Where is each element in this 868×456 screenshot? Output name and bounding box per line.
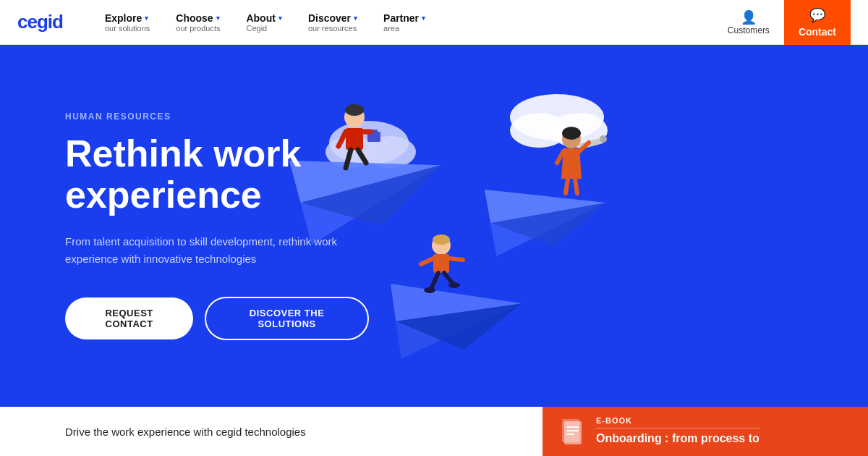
svg-point-22 <box>562 127 581 140</box>
hero-category: HUMAN RESOURCES <box>65 111 369 122</box>
logo-text: cegid <box>17 11 63 33</box>
chevron-icon: ▾ <box>354 14 357 22</box>
nav-item-about[interactable]: About ▾ Cegid <box>233 12 294 33</box>
nav-item-discover[interactable]: Discover ▾ our resources <box>295 12 370 33</box>
nav-label-explore: Explore ▾ <box>105 12 150 24</box>
svg-line-27 <box>566 179 568 193</box>
nav-label-choose: Choose ▾ <box>176 12 220 24</box>
bottom-section: Drive the work experience with cegid tec… <box>0 407 868 456</box>
svg-point-24 <box>600 135 607 143</box>
hero-title: Rethink work experience <box>65 133 369 216</box>
ebook-title: Onboarding : from process to <box>596 431 760 447</box>
logo[interactable]: cegid <box>17 11 63 33</box>
svg-point-33 <box>433 235 450 245</box>
svg-line-28 <box>575 179 577 193</box>
nav-item-choose[interactable]: Choose ▾ our products <box>163 12 233 33</box>
nav-label-partner: Partner ▾ <box>383 12 425 24</box>
request-contact-button[interactable]: REQUEST CONTACT <box>65 297 193 339</box>
nav-item-partner[interactable]: Partner ▾ area <box>370 12 438 33</box>
user-icon: 👤 <box>741 9 757 25</box>
customers-button[interactable]: 👤 Customers <box>719 9 778 35</box>
hero-section: HUMAN RESOURCES Rethink work experience … <box>0 45 868 407</box>
chevron-icon: ▾ <box>422 14 425 22</box>
hero-cta-group: REQUEST CONTACT DISCOVER THE SOLUTIONS <box>65 297 369 340</box>
main-nav: Explore ▾ our solutions Choose ▾ our pro… <box>92 12 719 33</box>
ebook-badge: E-BOOK <box>596 416 760 428</box>
bottom-left-panel: Drive the work experience with cegid tec… <box>0 407 542 456</box>
svg-rect-42 <box>564 421 582 444</box>
ebook-text-group: E-BOOK Onboarding : from process to <box>596 416 760 447</box>
bottom-tagline: Drive the work experience with cegid tec… <box>65 426 306 438</box>
discover-solutions-button[interactable]: DISCOVER THE SOLUTIONS <box>205 297 369 340</box>
svg-line-36 <box>449 258 463 260</box>
chevron-icon: ▾ <box>145 14 148 22</box>
chevron-icon: ▾ <box>278 14 282 22</box>
hero-content: HUMAN RESOURCES Rethink work experience … <box>0 111 434 340</box>
ebook-icon <box>560 418 587 445</box>
nav-label-about: About ▾ <box>246 12 281 24</box>
header-actions: 👤 Customers 💬 Contact <box>719 0 851 45</box>
site-header: cegid Explore ▾ our solutions Choose ▾ o… <box>0 0 868 45</box>
chevron-icon: ▾ <box>216 14 220 22</box>
ebook-promo[interactable]: E-BOOK Onboarding : from process to <box>542 407 868 456</box>
svg-point-40 <box>448 282 460 288</box>
hero-description: From talent acquisition to skill develop… <box>65 233 354 268</box>
contact-button[interactable]: 💬 Contact <box>784 0 851 45</box>
svg-line-25 <box>557 151 563 163</box>
nav-item-explore[interactable]: Explore ▾ our solutions <box>92 12 163 33</box>
svg-line-38 <box>444 273 453 284</box>
nav-label-discover: Discover ▾ <box>308 12 357 24</box>
chat-icon: 💬 <box>809 7 825 23</box>
svg-rect-34 <box>433 254 449 273</box>
